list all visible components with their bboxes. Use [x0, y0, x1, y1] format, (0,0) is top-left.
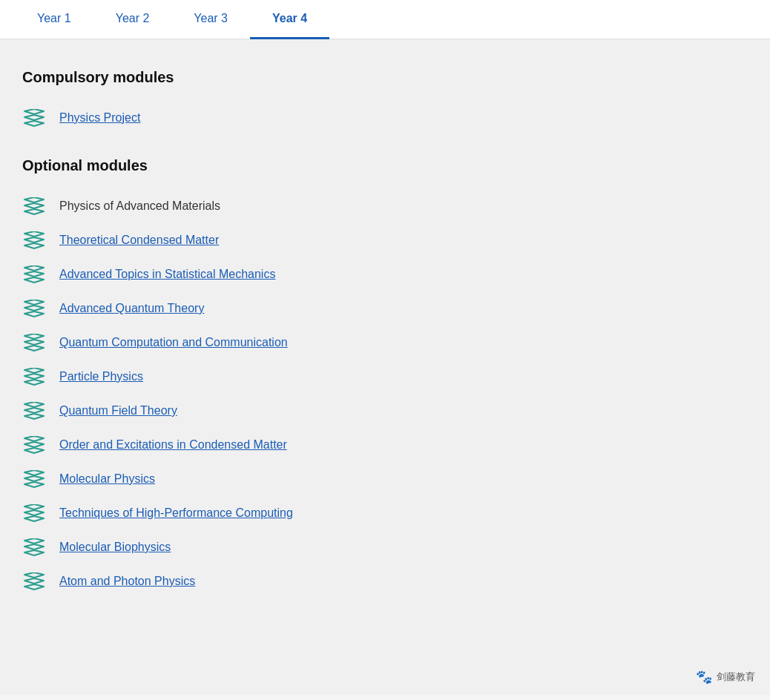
compulsory-title: Compulsory modules: [22, 69, 748, 86]
list-item: Molecular Physics: [22, 462, 748, 496]
module-link-techniques-high-performance-computing[interactable]: Techniques of High-Performance Computing: [59, 506, 293, 520]
optional-module-list: Physics of Advanced MaterialsTheoretical…: [22, 189, 748, 598]
compulsory-module-list: Physics Project: [22, 101, 748, 135]
tab-year1[interactable]: Year 1: [15, 0, 93, 39]
tab-bar: Year 1Year 2Year 3Year 4: [0, 0, 770, 39]
module-link-order-excitations-condensed-matter[interactable]: Order and Excitations in Condensed Matte…: [59, 438, 287, 452]
module-link-physics-project[interactable]: Physics Project: [59, 111, 140, 125]
layers-icon: [22, 367, 46, 386]
list-item: Advanced Topics in Statistical Mechanics: [22, 257, 748, 291]
list-item: Atom and Photon Physics: [22, 564, 748, 598]
layers-icon: [22, 197, 46, 216]
list-item: Quantum Computation and Communication: [22, 326, 748, 360]
layers-icon: [22, 435, 46, 455]
module-link-quantum-computation-communication[interactable]: Quantum Computation and Communication: [59, 336, 288, 349]
tab-year3[interactable]: Year 3: [171, 0, 250, 39]
optional-title: Optional modules: [22, 157, 748, 174]
watermark-icon: 🐾: [696, 669, 712, 685]
list-item: Physics of Advanced Materials: [22, 189, 748, 223]
layers-icon: [22, 299, 46, 318]
list-item: Quantum Field Theory: [22, 394, 748, 428]
list-item: Advanced Quantum Theory: [22, 291, 748, 326]
layers-icon: [22, 231, 46, 250]
module-link-particle-physics[interactable]: Particle Physics: [59, 370, 143, 383]
layers-icon: [22, 572, 46, 591]
module-link-quantum-field-theory[interactable]: Quantum Field Theory: [59, 404, 177, 417]
list-item: Techniques of High-Performance Computing: [22, 496, 748, 530]
list-item: Physics Project: [22, 101, 748, 135]
module-link-molecular-biophysics[interactable]: Molecular Biophysics: [59, 541, 171, 554]
layers-icon: [22, 538, 46, 557]
list-item: Theoretical Condensed Matter: [22, 223, 748, 257]
tab-year4[interactable]: Year 4: [250, 0, 329, 39]
list-item: Order and Excitations in Condensed Matte…: [22, 428, 748, 462]
watermark-text: 剑藤教育: [717, 670, 755, 684]
layers-icon: [22, 469, 46, 489]
module-link-molecular-physics[interactable]: Molecular Physics: [59, 472, 155, 486]
main-content: Compulsory modules Physics Project Optio…: [0, 39, 770, 695]
layers-icon: [22, 401, 46, 420]
layers-icon: [22, 333, 46, 352]
module-link-theoretical-condensed-matter[interactable]: Theoretical Condensed Matter: [59, 234, 219, 247]
list-item: Molecular Biophysics: [22, 530, 748, 564]
optional-section: Optional modules Physics of Advanced Mat…: [22, 157, 748, 598]
watermark: 🐾 剑藤教育: [696, 669, 755, 685]
tab-year2[interactable]: Year 2: [93, 0, 172, 39]
layers-icon: [22, 265, 46, 284]
module-link-advanced-topics-statistical-mechanics[interactable]: Advanced Topics in Statistical Mechanics: [59, 268, 275, 281]
module-link-advanced-quantum-theory[interactable]: Advanced Quantum Theory: [59, 302, 204, 315]
list-item: Particle Physics: [22, 360, 748, 394]
module-link-physics-advanced-materials: Physics of Advanced Materials: [59, 199, 220, 213]
module-link-atom-photon-physics[interactable]: Atom and Photon Physics: [59, 575, 195, 588]
layers-icon: [22, 503, 46, 523]
compulsory-section: Compulsory modules Physics Project: [22, 69, 748, 135]
layers-icon: [22, 108, 46, 128]
